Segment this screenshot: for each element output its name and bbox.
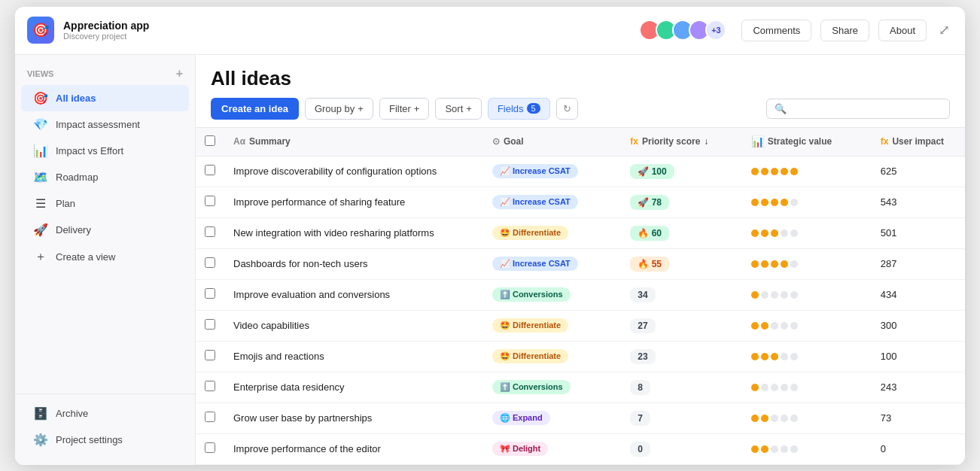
fields-count: 5 xyxy=(527,103,540,114)
strategic-dot xyxy=(790,168,798,175)
strategic-dot xyxy=(761,199,768,206)
sidebar-item-all-ideas[interactable]: 🎯 All ideas xyxy=(21,85,189,111)
row-check-cell xyxy=(196,372,224,403)
filter-button[interactable]: Filter + xyxy=(379,98,429,120)
col-header-priority[interactable]: fx Priority score ↓ xyxy=(621,128,741,156)
row-checkbox[interactable] xyxy=(205,226,215,237)
col-header-strategic[interactable]: 📊 Strategic value xyxy=(742,128,872,156)
strategic-dot xyxy=(761,168,768,175)
select-all-checkbox[interactable] xyxy=(205,135,215,146)
sidebar-item-label: Project settings xyxy=(56,434,123,445)
row-check-cell xyxy=(196,187,224,217)
expand-button[interactable]: ⤢ xyxy=(936,19,953,41)
summary-th-label: Summary xyxy=(249,136,291,147)
goal-badge: ⬆️ Conversions xyxy=(492,287,571,302)
row-checkbox[interactable] xyxy=(205,442,215,453)
strategic-th-label: Strategic value xyxy=(768,136,832,147)
sidebar-item-plan[interactable]: ☰ Plan xyxy=(21,190,189,217)
row-checkbox[interactable] xyxy=(205,319,215,330)
strategic-dot xyxy=(751,260,759,268)
col-header-summary[interactable]: Aα Summary xyxy=(224,128,483,156)
strategic-dot xyxy=(781,353,788,360)
strategic-dot xyxy=(751,199,759,206)
strategic-dot xyxy=(781,415,788,422)
search-input[interactable] xyxy=(791,103,942,114)
row-checkbox[interactable] xyxy=(205,350,215,360)
share-button[interactable]: Share xyxy=(820,20,869,41)
goal-badge: 📈 Increase CSAT xyxy=(492,195,578,209)
sidebar-item-roadmap[interactable]: 🗺️ Roadmap xyxy=(21,164,189,190)
row-user-impact: 0 xyxy=(872,433,965,464)
strategic-dot xyxy=(781,229,788,237)
row-priority: 34 xyxy=(621,279,741,310)
strategic-dot xyxy=(790,445,798,453)
table-row: Improve performance of sharing feature 📈… xyxy=(196,187,965,217)
sidebar-item-archive[interactable]: 🗄️ Archive xyxy=(21,400,189,427)
fields-label: Fields xyxy=(498,103,524,114)
sidebar-item-label: Create a view xyxy=(56,251,115,263)
sidebar-item-impact-vs-effort[interactable]: 📊 Impact vs Effort xyxy=(21,138,189,164)
row-check-cell xyxy=(196,156,224,187)
row-strategic xyxy=(742,433,872,464)
filter-label: Filter xyxy=(389,103,411,114)
strategic-dot xyxy=(761,384,768,391)
create-idea-button[interactable]: Create an idea xyxy=(211,98,299,120)
row-checkbox[interactable] xyxy=(205,165,215,175)
refresh-button[interactable]: ↻ xyxy=(556,98,578,120)
row-user-impact: 73 xyxy=(872,403,965,433)
goal-badge: 🤩 Differentiate xyxy=(492,318,568,333)
strategic-dot xyxy=(761,260,768,268)
sidebar-item-create-view[interactable]: ＋ Create a view xyxy=(21,243,189,271)
comments-button[interactable]: Comments xyxy=(741,20,811,41)
about-button[interactable]: About xyxy=(878,20,927,41)
row-priority: 🔥 60 xyxy=(621,217,741,248)
strategic-dot xyxy=(771,445,778,453)
toolbar: Create an idea Group by + Filter + Sort … xyxy=(196,90,965,128)
create-view-icon: ＋ xyxy=(33,249,48,265)
strategic-dot xyxy=(771,322,778,330)
row-checkbox[interactable] xyxy=(205,196,215,206)
strategic-dot xyxy=(771,229,778,237)
strategic-dot xyxy=(781,168,788,175)
row-summary: Improve performance of the editor xyxy=(224,433,483,464)
row-summary: Improve evaluation and conversions xyxy=(224,279,483,310)
row-checkbox[interactable] xyxy=(205,257,215,268)
sidebar-add-button[interactable]: + xyxy=(176,67,183,81)
strategic-dot xyxy=(771,291,778,299)
row-goal: 📈 Increase CSAT xyxy=(483,248,621,279)
sort-button[interactable]: Sort + xyxy=(435,98,481,120)
strategic-dots xyxy=(751,322,863,330)
app-subtitle: Discovery project xyxy=(63,32,149,41)
group-by-label: Group by xyxy=(315,103,355,114)
col-header-check xyxy=(196,128,224,156)
row-checkbox[interactable] xyxy=(205,381,215,391)
strategic-dot xyxy=(781,199,788,206)
search-box: 🔍 xyxy=(766,99,950,119)
strategic-dot xyxy=(790,291,798,299)
row-priority: 8 xyxy=(621,372,741,403)
strategic-dot xyxy=(771,353,778,360)
row-checkbox[interactable] xyxy=(205,412,215,422)
priority-badge: 8 xyxy=(630,380,650,395)
sidebar-bottom: 🗄️ Archive ⚙️ Project settings xyxy=(15,394,195,453)
priority-badge: 🔥 60 xyxy=(630,226,669,241)
sidebar-item-impact-assessment[interactable]: 💎 Impact assessment xyxy=(21,111,189,138)
sidebar-item-delivery[interactable]: 🚀 Delivery xyxy=(21,217,189,243)
row-checkbox[interactable] xyxy=(205,288,215,299)
goal-badge: 🌐 Expand xyxy=(492,411,550,425)
col-header-goal[interactable]: ⊙ Goal xyxy=(483,128,621,156)
group-by-button[interactable]: Group by + xyxy=(305,98,373,120)
group-by-plus-icon: + xyxy=(358,103,364,114)
row-user-impact: 543 xyxy=(872,187,965,217)
strategic-dot xyxy=(771,199,778,206)
col-header-impact[interactable]: fx User impact xyxy=(872,128,965,156)
row-check-cell xyxy=(196,433,224,464)
fields-button[interactable]: Fields 5 xyxy=(488,98,550,120)
sidebar-item-project-settings[interactable]: ⚙️ Project settings xyxy=(21,427,189,453)
priority-th-label: Priority score xyxy=(642,136,700,147)
row-summary: New integration with video resharing pla… xyxy=(224,217,483,248)
row-goal: 🌐 Expand xyxy=(483,403,621,433)
strategic-dot xyxy=(751,322,759,330)
row-strategic xyxy=(742,403,872,433)
app-title: Appreciation app xyxy=(63,20,149,32)
